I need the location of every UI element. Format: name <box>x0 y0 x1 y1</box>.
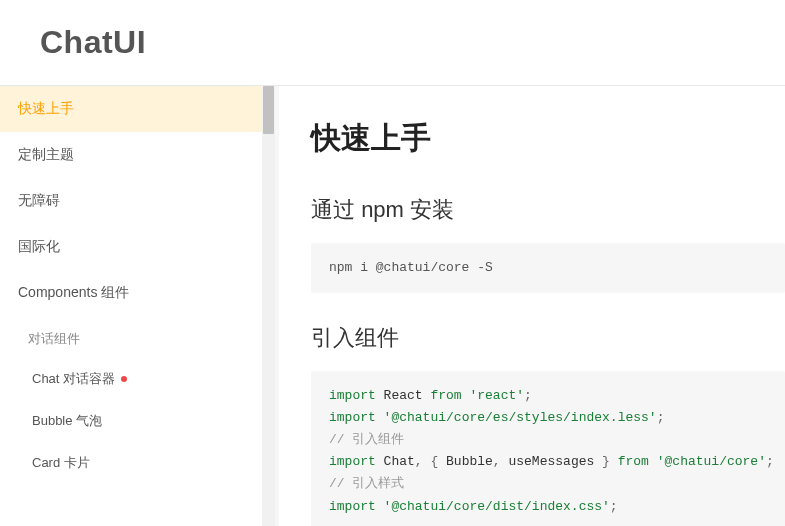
section-install-heading: 通过 npm 安装 <box>311 195 785 225</box>
page-title: 快速上手 <box>311 118 785 159</box>
install-code-block[interactable]: npm i @chatui/core -S <box>311 243 785 293</box>
scrollbar-thumb[interactable] <box>263 86 274 134</box>
sidebar-sub-chat[interactable]: Chat 对话容器 <box>0 358 262 400</box>
sidebar-item-label: 快速上手 <box>18 100 74 116</box>
logo[interactable]: ChatUI <box>40 24 146 61</box>
sidebar: 快速上手 定制主题 无障碍 国际化 Components 组件 对话组件 Cha… <box>0 86 262 526</box>
sidebar-sub-card[interactable]: Card 卡片 <box>0 442 262 484</box>
sidebar-item-quickstart[interactable]: 快速上手 <box>0 86 262 132</box>
sidebar-sub-label: Card 卡片 <box>32 454 90 472</box>
sidebar-item-i18n[interactable]: 国际化 <box>0 224 262 270</box>
sidebar-item-label: 国际化 <box>18 238 60 254</box>
sidebar-sub-label: Bubble 气泡 <box>32 412 102 430</box>
sidebar-item-label: Components 组件 <box>18 284 129 300</box>
import-code-block[interactable]: import React from 'react'; import '@chat… <box>311 371 785 526</box>
new-badge-dot-icon <box>121 376 127 382</box>
layout: 快速上手 定制主题 无障碍 国际化 Components 组件 对话组件 Cha… <box>0 86 785 526</box>
sidebar-item-label: 无障碍 <box>18 192 60 208</box>
sidebar-sub-bubble[interactable]: Bubble 气泡 <box>0 400 262 442</box>
header: ChatUI <box>0 0 785 86</box>
sidebar-item-components[interactable]: Components 组件 <box>0 270 262 316</box>
sidebar-container: 快速上手 定制主题 无障碍 国际化 Components 组件 对话组件 Cha… <box>0 86 275 526</box>
main-content: 快速上手 通过 npm 安装 npm i @chatui/core -S 引入组… <box>279 86 785 526</box>
sidebar-item-theme[interactable]: 定制主题 <box>0 132 262 178</box>
scrollbar-track[interactable] <box>262 86 275 526</box>
sidebar-sub-label: Chat 对话容器 <box>32 370 115 388</box>
sidebar-item-accessibility[interactable]: 无障碍 <box>0 178 262 224</box>
sidebar-group-dialog: 对话组件 <box>0 316 262 358</box>
section-import-heading: 引入组件 <box>311 323 785 353</box>
sidebar-item-label: 定制主题 <box>18 146 74 162</box>
